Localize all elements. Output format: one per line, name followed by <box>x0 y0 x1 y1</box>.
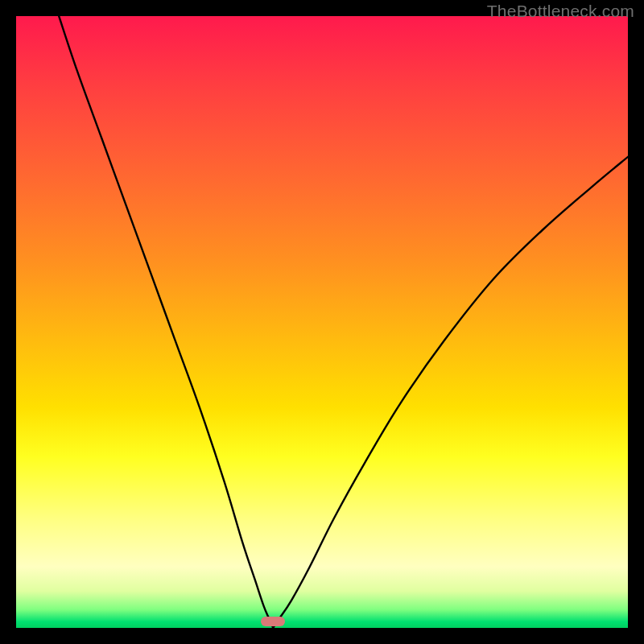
bottleneck-curve <box>16 16 628 628</box>
attribution-text: TheBottleneck.com <box>487 2 634 21</box>
bottleneck-marker <box>261 617 285 626</box>
plot-area <box>16 16 628 628</box>
